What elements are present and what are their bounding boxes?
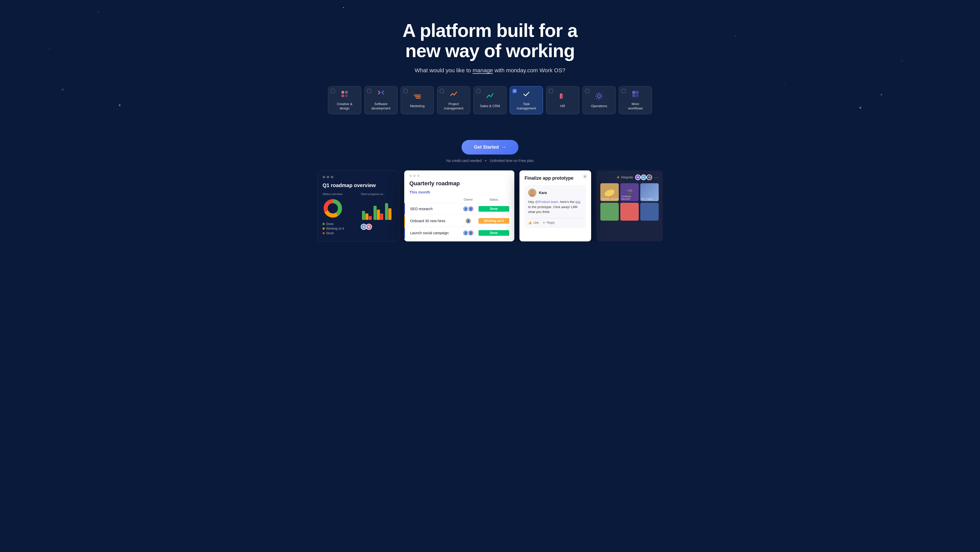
marketing-label: Marketing — [410, 104, 425, 108]
quarterly-roadmap-mockup: Quarterly roadmap This month Owner Statu… — [404, 171, 514, 241]
comment-text: Hey @Product team, here's the link to th… — [528, 199, 582, 214]
category-hr[interactable]: HR — [546, 86, 579, 114]
image-thumb-6 — [640, 203, 659, 221]
image-label-2: Company day.mp4 — [621, 195, 639, 200]
like-icon: 👍 — [528, 221, 532, 225]
svg-rect-25 — [385, 203, 388, 220]
window-dot-2 — [327, 176, 329, 179]
onboard-name: Onboard 30 new hires — [410, 219, 458, 223]
finalize-prototype-mockup: ✕ Finalize app prototype Kara Hey @Produ… — [519, 171, 591, 241]
window-dot-1 — [323, 176, 325, 179]
get-started-button[interactable]: Get Started → — [461, 140, 518, 155]
more-options-icon[interactable]: ⋯ — [654, 174, 659, 180]
image-thumb-5 — [620, 203, 639, 221]
integrate-icon: ⚡ — [616, 175, 620, 179]
onboard-avatar-1: 👤 — [465, 218, 471, 224]
svg-rect-2 — [342, 94, 344, 97]
close-button[interactable]: ✕ — [582, 174, 587, 179]
category-creative-design[interactable]: Creative &design — [328, 86, 361, 114]
commenter-row: Kara — [528, 188, 582, 197]
category-software-development[interactable]: Softwaredevelopment — [364, 86, 398, 114]
category-task-management[interactable]: Taskmanagement — [510, 86, 543, 114]
banana-image — [603, 186, 616, 199]
svg-rect-12 — [636, 91, 638, 94]
category-checkbox-task — [512, 89, 517, 93]
window-controls-center — [409, 174, 509, 177]
integrate-button[interactable]: ⚡ Integrate — [616, 175, 633, 179]
far-right-header: ⚡ Integrate M K +2 ⋯ — [600, 174, 659, 180]
category-checkbox-hr — [549, 89, 553, 93]
task-management-icon — [522, 90, 530, 100]
window-dot-3 — [331, 176, 333, 179]
bar-chart — [361, 198, 391, 221]
window-controls-left — [323, 176, 394, 179]
category-checkbox-marketing — [404, 89, 407, 93]
category-checkbox-operations — [585, 89, 589, 93]
mention: @Product team — [535, 200, 558, 204]
integrate-label: Integrate — [621, 175, 633, 179]
svg-rect-13 — [632, 94, 635, 97]
hr-label: HR — [560, 104, 565, 108]
sales-crm-label: Sales & CRM — [480, 104, 500, 108]
cta-section: Get Started → No credit card needed ✦ Un… — [0, 140, 980, 163]
category-more-workflows[interactable]: Moreworkflows — [619, 86, 652, 114]
deco-plus-3: ✦ — [118, 102, 122, 108]
table-row-onboard: Onboard 30 new hires 👤 Working on it — [404, 215, 514, 227]
image-label-3: BG_A.jpeg — [641, 198, 652, 200]
svg-rect-11 — [632, 91, 635, 94]
category-checkbox-creative — [331, 89, 335, 93]
deco-plus-2: + — [880, 92, 883, 97]
cta-no-credit: No credit card needed — [447, 159, 482, 163]
image-thumb-3: BG_A.jpeg — [640, 183, 659, 201]
svg-point-30 — [604, 188, 616, 198]
deco-plus-4: ✦ — [858, 105, 862, 111]
onboard-owners: 👤 — [458, 218, 479, 224]
status-working-row: Working on it — [323, 227, 356, 230]
social-campaign-name: Launch social campaign — [410, 231, 458, 235]
team-progress-label: Team progress ov... — [361, 193, 394, 196]
image-thumb-4 — [600, 203, 619, 221]
image-grid: Shadow_test.jpeg 🎬 Company day.mp4 BG_A.… — [600, 183, 659, 221]
category-marketing[interactable]: Marketing — [401, 86, 434, 114]
col-owner-header: Owner — [458, 198, 479, 201]
category-sales-crm[interactable]: Sales & CRM — [473, 86, 507, 114]
svg-point-10 — [598, 94, 601, 97]
image-thumb-2: 🎬 Company day.mp4 — [620, 183, 639, 201]
onboard-status: Working on it — [479, 218, 509, 224]
category-operations[interactable]: Operations — [582, 86, 616, 114]
comment-actions: 👍 Like ↩ Reply — [528, 218, 582, 225]
svg-rect-21 — [369, 216, 372, 220]
donut-chart — [323, 198, 343, 219]
social-avatar-2: 👤 — [468, 230, 474, 236]
svg-point-28 — [531, 190, 533, 193]
svg-rect-23 — [377, 210, 380, 220]
marketing-icon — [413, 92, 422, 102]
more-workflows-label: Moreworkflows — [628, 102, 643, 111]
svg-rect-0 — [342, 91, 344, 94]
seo-owners: 👤 👤 — [458, 206, 479, 212]
hero-subtitle: What would you like to manage with monda… — [5, 67, 975, 74]
arrow-icon: → — [501, 145, 506, 150]
hero-title: A platform built for a new way of workin… — [5, 21, 975, 61]
avatar-2: B — [366, 224, 372, 230]
svg-rect-3 — [345, 94, 348, 97]
reply-action[interactable]: ↩ Reply — [543, 221, 555, 225]
project-management-label: Projectmanagement — [444, 102, 463, 111]
reply-icon: ↩ — [543, 221, 546, 225]
finalize-title: Finalize app prototype — [525, 175, 586, 181]
software-development-icon — [377, 90, 385, 100]
svg-rect-14 — [636, 94, 638, 97]
like-action[interactable]: 👍 Like — [528, 221, 539, 225]
cta-separator: ✦ — [484, 159, 487, 163]
table-row-social: Launch social campaign 👤 👤 Done — [404, 227, 514, 239]
category-checkbox-more — [622, 89, 626, 93]
category-project-management[interactable]: Projectmanagement — [437, 86, 470, 114]
done-label: Done — [326, 222, 334, 226]
center-dot-3 — [417, 174, 420, 177]
comment-link[interactable]: link — [576, 200, 581, 204]
svg-rect-26 — [388, 208, 391, 220]
far-right-mockup: ⚡ Integrate M K +2 ⋯ Shadow_test.jpeg — [596, 171, 663, 241]
sales-crm-icon — [486, 92, 494, 102]
social-owners: 👤 👤 — [458, 230, 479, 236]
status-done-row: Done — [323, 222, 356, 226]
